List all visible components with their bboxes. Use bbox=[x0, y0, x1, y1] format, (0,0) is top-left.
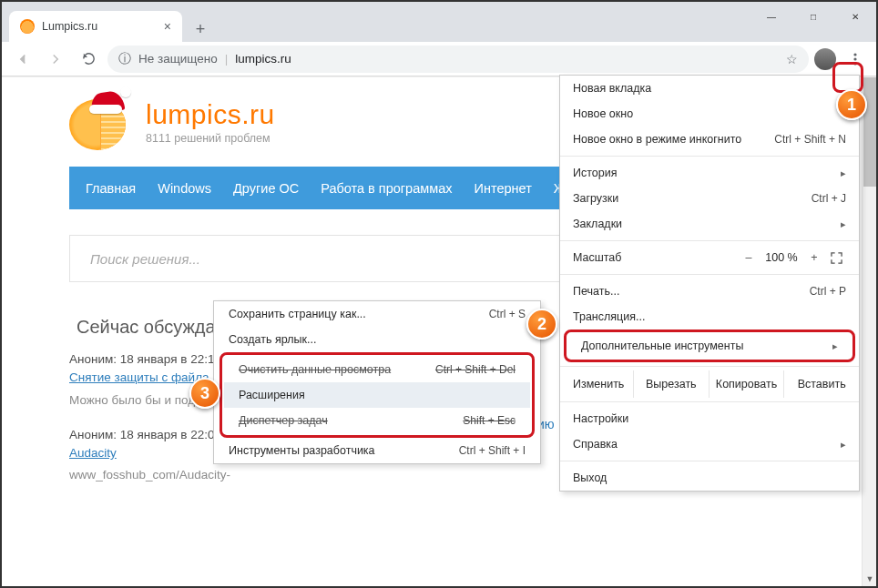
menu-more-tools[interactable]: Дополнительные инструменты▸ bbox=[568, 334, 851, 358]
chrome-menu-button[interactable] bbox=[842, 46, 869, 73]
menu-history[interactable]: История▸ bbox=[560, 160, 859, 186]
submenu-save-page[interactable]: Сохранить страницу как...Ctrl + S bbox=[214, 301, 540, 327]
tab-strip: Lumpics.ru × + bbox=[2, 2, 750, 42]
zoom-label: Масштаб bbox=[573, 251, 621, 264]
highlight-extensions: Очистить данные просмотраCtrl + Shift + … bbox=[220, 352, 535, 438]
menu-settings[interactable]: Настройки bbox=[560, 406, 859, 431]
nav-windows[interactable]: Windows bbox=[158, 181, 211, 196]
chevron-right-icon: ▸ bbox=[841, 218, 846, 230]
svg-point-1 bbox=[853, 57, 856, 60]
vertical-scrollbar[interactable]: ▲ ▼ bbox=[862, 77, 876, 586]
browser-toolbar: ⓘ Не защищено | lumpics.ru ☆ bbox=[2, 42, 876, 76]
minimize-button[interactable]: — bbox=[750, 2, 792, 31]
maximize-button[interactable]: □ bbox=[792, 2, 834, 31]
address-bar[interactable]: ⓘ Не защищено | lumpics.ru ☆ bbox=[107, 46, 809, 73]
menu-divider bbox=[560, 240, 859, 241]
window-controls: — □ ✕ bbox=[750, 2, 876, 31]
menu-exit[interactable]: Выход bbox=[560, 465, 859, 491]
edit-label: Изменить bbox=[560, 378, 633, 390]
info-icon: ⓘ bbox=[118, 51, 131, 67]
submenu-extensions[interactable]: Расширения bbox=[224, 382, 530, 408]
menu-incognito[interactable]: Новое окно в режиме инкогнитоCtrl + Shif… bbox=[560, 127, 859, 152]
bookmark-star-icon[interactable]: ☆ bbox=[786, 52, 798, 66]
menu-new-window[interactable]: Новое окно bbox=[560, 101, 859, 127]
close-window-button[interactable]: ✕ bbox=[834, 2, 876, 31]
svg-point-0 bbox=[853, 53, 856, 56]
menu-edit-row: Изменить Вырезать Копировать Вставить bbox=[560, 370, 859, 398]
step-badge-3: 3 bbox=[189, 378, 220, 409]
reload-button[interactable] bbox=[75, 46, 102, 73]
chevron-right-icon: ▸ bbox=[832, 340, 838, 352]
security-label: Не защищено bbox=[138, 52, 218, 66]
site-subtitle: 8111 решений проблем bbox=[146, 132, 275, 145]
menu-downloads[interactable]: ЗагрузкиCtrl + J bbox=[560, 186, 859, 211]
edit-cut[interactable]: Вырезать bbox=[633, 370, 709, 398]
nav-other-os[interactable]: Другие ОС bbox=[233, 181, 299, 196]
tab-close-icon[interactable]: × bbox=[164, 19, 171, 34]
menu-divider bbox=[560, 461, 859, 461]
forward-button[interactable] bbox=[42, 46, 69, 73]
menu-divider bbox=[560, 274, 859, 275]
zoom-in-button[interactable]: + bbox=[802, 251, 826, 264]
tab-title: Lumpics.ru bbox=[42, 20, 97, 33]
scrollbar-thumb[interactable] bbox=[863, 77, 876, 187]
fullscreen-icon[interactable] bbox=[826, 252, 846, 264]
highlight-more-tools: Дополнительные инструменты▸ bbox=[564, 329, 855, 362]
zoom-value: 100 % bbox=[761, 251, 802, 264]
menu-cast[interactable]: Трансляция... bbox=[560, 304, 859, 329]
site-logo-icon[interactable] bbox=[69, 94, 133, 150]
favicon-icon bbox=[20, 19, 35, 34]
profile-avatar[interactable] bbox=[814, 48, 836, 70]
chrome-main-menu: Новая вкладка Новое окно Новое окно в ре… bbox=[559, 75, 860, 492]
window-titlebar: Lumpics.ru × + — □ ✕ bbox=[2, 2, 876, 42]
url-text: lumpics.ru bbox=[235, 52, 291, 66]
menu-new-tab[interactable]: Новая вкладка bbox=[560, 76, 859, 101]
submenu-create-shortcut[interactable]: Создать ярлык... bbox=[214, 327, 540, 352]
new-tab-button[interactable]: + bbox=[188, 16, 213, 42]
comment-body: www_fosshub_com/Audacity- bbox=[69, 466, 324, 484]
menu-divider bbox=[560, 366, 859, 367]
step-badge-2: 2 bbox=[526, 309, 557, 340]
comment-link[interactable]: Audacity bbox=[69, 446, 117, 460]
chevron-right-icon: ▸ bbox=[841, 167, 846, 179]
menu-help[interactable]: Справка▸ bbox=[560, 431, 859, 457]
edit-copy[interactable]: Копировать bbox=[709, 370, 784, 398]
menu-bookmarks[interactable]: Закладки▸ bbox=[560, 211, 859, 237]
nav-programs[interactable]: Работа в программах bbox=[321, 181, 452, 196]
edit-paste[interactable]: Вставить bbox=[783, 370, 859, 398]
menu-print[interactable]: Печать...Ctrl + P bbox=[560, 279, 859, 304]
browser-tab[interactable]: Lumpics.ru × bbox=[9, 11, 182, 42]
nav-internet[interactable]: Интернет bbox=[475, 181, 532, 196]
scroll-down-icon[interactable]: ▼ bbox=[863, 572, 876, 586]
menu-zoom: Масштаб – 100 % + bbox=[560, 245, 859, 270]
separator: | bbox=[225, 52, 229, 66]
nav-home[interactable]: Главная bbox=[86, 181, 136, 196]
step-badge-1: 1 bbox=[836, 89, 867, 120]
site-title: lumpics.ru bbox=[146, 99, 275, 130]
menu-divider bbox=[560, 156, 859, 157]
zoom-out-button[interactable]: – bbox=[737, 251, 761, 264]
chevron-right-icon: ▸ bbox=[841, 439, 846, 451]
search-placeholder: Поиск решения... bbox=[90, 251, 200, 267]
menu-divider bbox=[560, 401, 859, 402]
more-tools-submenu: Сохранить страницу как...Ctrl + S Создат… bbox=[213, 300, 541, 464]
submenu-devtools[interactable]: Инструменты разработчикаCtrl + Shift + I bbox=[214, 438, 540, 463]
submenu-clear-data[interactable]: Очистить данные просмотраCtrl + Shift + … bbox=[224, 357, 530, 382]
submenu-task-manager[interactable]: Диспетчер задачShift + Esc bbox=[224, 408, 530, 433]
svg-point-2 bbox=[853, 62, 856, 65]
back-button[interactable] bbox=[9, 46, 36, 73]
